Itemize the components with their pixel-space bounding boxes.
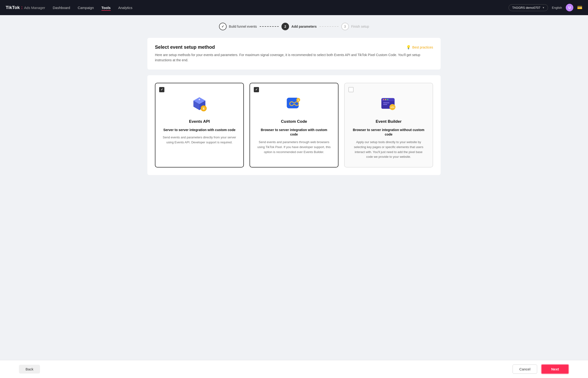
custom-code-svg-icon: ✦ <box>285 95 303 113</box>
checkbox-event-builder[interactable] <box>348 87 354 92</box>
step-finish-setup: 3 Finish setup <box>341 23 369 30</box>
divider-line-1 <box>260 26 279 27</box>
checkmark-icon: ✓ <box>160 88 163 91</box>
step-divider-1 <box>260 26 279 27</box>
card-events-api[interactable]: ✓ $ <box>155 83 244 167</box>
step-circle-3: 3 <box>341 23 349 30</box>
card-title-custom-code: Custom Code <box>281 119 307 124</box>
stepper: ✓ Build funnel events 2 Add parameters 3… <box>147 23 441 30</box>
language-selector[interactable]: English <box>552 6 562 10</box>
event-builder-svg-icon: </> <box>380 95 397 113</box>
card-desc-events-api: Send events and parameters directly from… <box>162 135 237 145</box>
card-title-events-api: Events API <box>189 119 210 124</box>
step-divider-2 <box>320 26 338 27</box>
card-title-event-builder: Event Builder <box>376 119 402 124</box>
logo-tiktok: TikTok <box>6 5 20 10</box>
logo: TikTok: Ads Manager <box>6 5 45 10</box>
step-label-3: Finish setup <box>351 25 369 28</box>
section-description: Here are setup methods for your events a… <box>155 52 433 63</box>
section-title-text: Select event setup method <box>155 44 215 50</box>
nav-tools[interactable]: Tools <box>101 5 111 11</box>
events-api-svg-icon: $ <box>191 95 208 113</box>
card-subtitle-custom-code: Browser to server integration with custo… <box>257 128 331 137</box>
svg-point-16 <box>385 99 386 100</box>
svg-text:✦: ✦ <box>297 99 299 101</box>
logo-product: Ads Manager <box>24 6 45 10</box>
avatar[interactable]: U <box>566 4 573 11</box>
main-content: ✓ Build funnel events 2 Add parameters 3… <box>128 15 460 183</box>
card-subtitle-event-builder: Browser to server integration without cu… <box>351 128 426 137</box>
header: TikTok: Ads Manager Dashboard Campaign T… <box>0 0 588 15</box>
account-selector[interactable]: TAGGRS demo0707 ▼ <box>508 4 548 11</box>
account-name: TAGGRS demo0707 <box>512 6 540 10</box>
bulb-icon: 💡 <box>406 45 411 49</box>
card-custom-code[interactable]: ✓ ✦ Custom Code Browser to server <box>250 83 338 167</box>
step-circle-1: ✓ <box>219 23 227 30</box>
cards-section: ✓ $ <box>147 75 441 175</box>
svg-rect-5 <box>199 99 200 100</box>
next-button[interactable]: Next <box>541 364 569 374</box>
nav-analytics[interactable]: Analytics <box>118 5 133 11</box>
svg-text:</>: </> <box>390 106 395 108</box>
divider-line-2 <box>320 26 338 27</box>
cancel-button[interactable]: Cancel <box>513 364 537 374</box>
step-label-2: Add parameters <box>291 25 317 28</box>
svg-rect-18 <box>383 102 389 103</box>
svg-text:$: $ <box>203 107 204 110</box>
step-label-1: Build funnel events <box>229 25 257 28</box>
checkmark-icon-2: ✓ <box>255 88 258 91</box>
card-desc-event-builder: Apply our setup tools directly to your w… <box>351 140 426 160</box>
footer-right: Cancel Next <box>513 364 569 374</box>
footer-left: Back <box>19 365 40 374</box>
checkbox-custom-code[interactable]: ✓ <box>254 87 259 92</box>
section-title-row: Select event setup method 💡 Best practic… <box>155 44 433 50</box>
card-subtitle-events-api: Server to server integration with custom… <box>163 128 236 133</box>
main-nav: Dashboard Campaign Tools Analytics <box>53 5 501 11</box>
event-builder-icon-area: </> <box>378 94 399 114</box>
nav-dashboard[interactable]: Dashboard <box>53 5 70 11</box>
checkbox-events-api[interactable]: ✓ <box>159 87 164 92</box>
svg-point-15 <box>383 99 384 100</box>
header-right: TAGGRS demo0707 ▼ English U 💳 <box>508 4 582 11</box>
custom-code-icon-area: ✦ <box>283 94 305 114</box>
back-button[interactable]: Back <box>19 365 40 374</box>
card-event-builder[interactable]: </> Event Builder Browser to server inte… <box>344 83 433 167</box>
cards-container: ✓ $ <box>155 83 433 167</box>
select-method-section: Select event setup method 💡 Best practic… <box>147 38 441 69</box>
nav-campaign[interactable]: Campaign <box>78 5 94 11</box>
best-practices-label: Best practices <box>412 45 433 49</box>
chevron-down-icon: ▼ <box>542 6 545 9</box>
events-api-icon-area: $ <box>189 94 210 114</box>
card-desc-custom-code: Send events and parameters through web b… <box>257 140 331 154</box>
best-practices-link[interactable]: 💡 Best practices <box>406 45 433 49</box>
step-circle-2: 2 <box>281 23 289 30</box>
footer: Back Cancel Next <box>0 360 588 378</box>
step-build-funnel: ✓ Build funnel events <box>219 23 257 30</box>
logo-sep: : <box>21 5 23 10</box>
notifications-icon[interactable]: 💳 <box>577 5 582 10</box>
step-add-params: 2 Add parameters <box>281 23 317 30</box>
svg-point-17 <box>387 99 388 100</box>
svg-rect-19 <box>383 104 388 105</box>
